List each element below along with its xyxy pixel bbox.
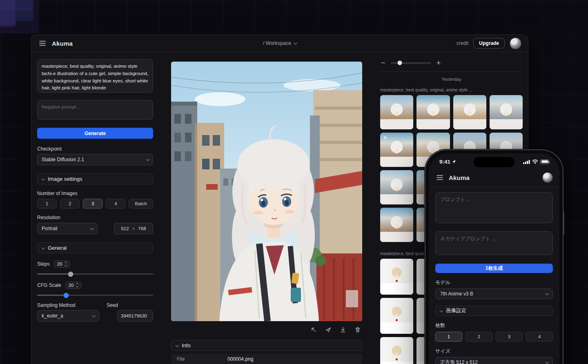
steps-slider-knob[interactable] (68, 271, 74, 277)
history-day-label: Yesterday (380, 77, 523, 82)
number-of-images-group: 1 2 3 4 Batch (37, 199, 153, 209)
chevron-down-icon (146, 158, 149, 161)
num-images-1-button[interactable]: 1 (37, 199, 57, 209)
phone-negative-prompt-input[interactable] (435, 231, 553, 255)
history-thumbnail[interactable] (416, 95, 450, 129)
stepper-arrows-icon (65, 262, 67, 266)
phone-body: 1枚生成 モデル 7th Anime v3 B 画像設定 枚数 1 2 3 4 … (429, 187, 559, 364)
history-thumbnail[interactable] (380, 208, 413, 242)
phone-count-label: 枚数 (435, 322, 553, 329)
prompt-input[interactable]: masterpiece, best quality, original, ani… (37, 59, 153, 93)
cfg-scale-label: CFG Scale (37, 282, 61, 288)
send-icon[interactable] (324, 325, 333, 334)
resolution-preset-select[interactable]: Portrait (37, 223, 98, 234)
phone-count-3-button[interactable]: 3 (496, 332, 523, 342)
info-row-file: File 000004.png (171, 354, 362, 364)
section-title: Info (182, 342, 191, 348)
resolution-height: 768 (138, 226, 146, 231)
delete-icon[interactable] (353, 325, 362, 334)
history-thumbnail[interactable] (380, 298, 413, 334)
signal-icon (523, 160, 530, 164)
chevron-down-icon (545, 292, 548, 295)
num-images-3-button[interactable]: 3 (83, 199, 102, 209)
phone-user-avatar[interactable] (542, 172, 553, 183)
phone-app-title: Akuma (449, 174, 470, 181)
seed-input[interactable] (117, 310, 153, 322)
cfg-value: 20 (69, 283, 74, 288)
phone-size-value: 正方形 512 x 512 (440, 359, 478, 364)
resolution-size-input[interactable]: 512 × 768 (114, 223, 153, 234)
resolution-preset-value: Portrait (42, 226, 58, 231)
section-title: General (48, 245, 67, 251)
phone-size-label: サイズ (435, 348, 553, 355)
cfg-stepper[interactable]: 20 (65, 282, 82, 289)
phone-size-select[interactable]: 正方形 512 x 512 (435, 357, 553, 364)
history-thumbnail[interactable] (380, 133, 413, 167)
zoom-slider-knob[interactable] (397, 61, 402, 65)
info-key: File (177, 356, 227, 362)
image-toolbar (171, 325, 362, 335)
phone-count-2-button[interactable]: 2 (466, 332, 492, 342)
phone-model-select[interactable]: 7th Anime v3 B (435, 289, 553, 299)
download-icon[interactable] (339, 325, 347, 334)
hamburger-menu-icon[interactable] (435, 173, 444, 182)
cfg-slider-knob[interactable] (64, 293, 69, 298)
section-title: 画像設定 (446, 307, 466, 314)
zoom-slider[interactable] (391, 62, 431, 64)
breadcrumb[interactable]: / Workspace (263, 40, 296, 46)
cfg-slider[interactable] (37, 295, 153, 296)
phone-image-settings-header[interactable]: 画像設定 (435, 306, 553, 316)
history-thumbnail[interactable] (490, 95, 523, 129)
expand-icon[interactable] (309, 325, 318, 334)
upgrade-button[interactable]: Upgrade (473, 38, 505, 49)
chevron-down-icon (545, 360, 548, 364)
history-thumbnail[interactable] (380, 95, 413, 129)
background-glow (0, 0, 16, 25)
zoom-in-icon[interactable] (436, 60, 441, 65)
resolution-label: Resolution (37, 215, 153, 220)
generate-button[interactable]: Generate (37, 128, 153, 139)
history-thumbnail[interactable] (453, 95, 486, 129)
resolution-row: Portrait 512 × 768 (37, 223, 153, 234)
sampling-method-value: k_euler_a (42, 313, 63, 319)
zoom-out-icon[interactable] (380, 60, 386, 65)
history-thumbnail[interactable] (380, 337, 413, 364)
num-images-2-button[interactable]: 2 (60, 199, 80, 209)
phone-status-bar: 9:41 (429, 153, 559, 170)
phone-model-value: 7th Anime v3 B (440, 291, 473, 297)
divider (380, 71, 523, 72)
phone-generate-button[interactable]: 1枚生成 (435, 264, 553, 273)
chevron-down-icon (41, 246, 45, 249)
steps-stepper[interactable]: 20 (54, 260, 70, 268)
slider-fill (37, 295, 66, 296)
resolution-width: 512 (121, 226, 129, 231)
num-images-4-button[interactable]: 4 (106, 199, 125, 209)
steps-slider[interactable] (37, 273, 153, 275)
sampling-method-select[interactable]: k_euler_a (37, 310, 99, 322)
generated-image (171, 62, 362, 321)
image-settings-section-header[interactable]: Image settings (37, 173, 153, 184)
phone-mockup: 9:41 Akuma (425, 149, 564, 364)
checkpoint-select[interactable]: Stable Diffusion 2.1 (37, 154, 153, 165)
chevron-down-icon (175, 344, 178, 347)
phone-count-4-button[interactable]: 4 (526, 332, 553, 342)
num-images-batch-button[interactable]: Batch (129, 199, 153, 209)
info-table: File 000004.png Generation type text-to-… (171, 354, 362, 364)
info-section-header[interactable]: Info (171, 340, 362, 351)
sampling-method-label: Sampling Method (37, 302, 75, 308)
phone-volume-button (424, 211, 425, 229)
history-thumbnail[interactable] (380, 259, 413, 295)
hamburger-menu-icon[interactable] (38, 39, 47, 48)
phone-count-1-button[interactable]: 1 (435, 332, 462, 342)
chevron-down-icon (92, 314, 95, 317)
battery-icon (540, 160, 549, 164)
phone-screen: 9:41 Akuma (429, 153, 559, 364)
phone-volume-button (424, 195, 425, 206)
chevron-down-icon (41, 177, 45, 180)
history-thumbnail[interactable] (380, 170, 413, 204)
user-avatar[interactable] (510, 38, 521, 49)
phone-prompt-input[interactable] (435, 192, 553, 223)
steps-label: Steps (37, 261, 50, 267)
negative-prompt-input[interactable] (37, 100, 153, 120)
general-section-header[interactable]: General (37, 242, 153, 253)
